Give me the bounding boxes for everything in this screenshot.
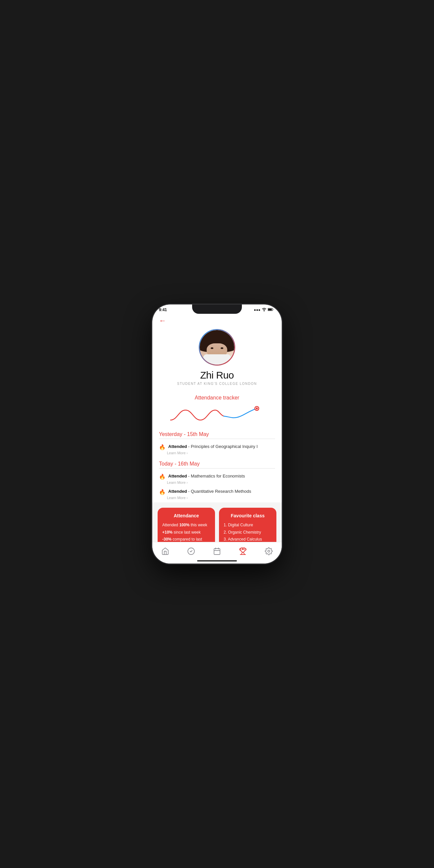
status-icons: ●●● [254, 307, 274, 312]
learn-more-math[interactable]: Learn More › [167, 480, 275, 485]
cards-section: Attendance Attended 100% this week +10% … [152, 502, 282, 542]
attendance-item-math: 🔥 Attended - Mathematics for Economists … [159, 472, 275, 487]
learn-more-research[interactable]: Learn More › [167, 496, 275, 500]
nav-item-calendar[interactable] [209, 546, 225, 557]
favourite-item-1: 1. Digital Culture [224, 522, 272, 529]
avatar [200, 330, 234, 365]
fire-icon-3: 🔥 [159, 489, 166, 495]
learn-more-label-3: Learn More [167, 496, 186, 500]
date-label-today: Today - 16th May [159, 461, 275, 467]
battery-icon [268, 308, 274, 312]
learn-more-label-1: Learn More [167, 451, 186, 455]
attendance-text-3: Attended - Quantitative Research Methods [168, 489, 251, 494]
back-button[interactable]: ← [159, 316, 166, 325]
svg-point-0 [264, 311, 264, 311]
status-time: 9:41 [159, 308, 167, 312]
user-subtitle: STUDENT AT KING'S COLLEGE LONDON [177, 382, 257, 385]
tracker-section: Attendance tracker [152, 391, 282, 428]
attendance-card: Attendance Attended 100% this week +10% … [158, 508, 215, 542]
attendance-row-research: 🔥 Attended - Quantitative Research Metho… [159, 489, 275, 495]
avatar-container [199, 329, 235, 366]
learn-more-label-2: Learn More [167, 480, 186, 485]
chevron-right-icon-2: › [187, 481, 188, 485]
favourite-item-3: 3. Advanced Calculus [224, 536, 272, 542]
user-name: Zhi Ruo [200, 370, 234, 381]
svg-point-12 [268, 550, 270, 552]
profile-section: Zhi Ruo STUDENT AT KING'S COLLEGE LONDON [152, 326, 282, 391]
date-section-yesterday: Yesterday - 15th May 🔥 Attended - Princi… [152, 428, 282, 458]
chevron-right-icon-3: › [187, 496, 188, 500]
tracker-chart [159, 403, 275, 427]
screen-content: ← [152, 315, 282, 542]
favourite-card-title: Favourite class [224, 513, 272, 518]
svg-rect-2 [268, 308, 272, 310]
svg-point-4 [256, 407, 258, 409]
attendance-item-geography: 🔥 Attended - Principles of Geographical … [159, 442, 275, 458]
attendance-text-1: Attended - Principles of Geographical In… [168, 444, 258, 450]
signal-icon: ●●● [254, 308, 261, 312]
tracker-title: Attendance tracker [159, 395, 275, 401]
attendance-item-research: 🔥 Attended - Quantitative Research Metho… [159, 487, 275, 502]
home-indicator [197, 560, 237, 561]
attendance-stat-2: +10% since last week [162, 529, 210, 536]
avatar-inner [200, 330, 234, 365]
settings-nav-icon [264, 547, 273, 556]
fire-icon-1: 🔥 [159, 444, 166, 450]
wifi-icon [262, 307, 266, 312]
calendar-nav-icon [213, 547, 221, 556]
chevron-right-icon-1: › [187, 451, 188, 455]
trophy-nav-icon: 1 [239, 547, 247, 556]
home-nav-icon [161, 547, 170, 556]
fire-icon-2: 🔥 [159, 473, 166, 480]
favourite-item-2: 2. Organic Chemistry [224, 529, 272, 536]
phone-screen: 9:41 ●●● [152, 305, 282, 563]
nav-item-home[interactable] [158, 546, 173, 557]
svg-rect-6 [214, 549, 220, 555]
favourite-card: Favourite class 1. Digital Culture 2. Or… [219, 508, 276, 542]
date-label-yesterday: Yesterday - 15th May [159, 431, 275, 437]
attendance-row-math: 🔥 Attended - Mathematics for Economists [159, 473, 275, 480]
nav-item-check[interactable] [183, 546, 199, 557]
attendance-card-body: Attended 100% this week +10% since last … [162, 522, 210, 542]
phone-notch [192, 305, 242, 314]
attendance-text-2: Attended - Mathematics for Economists [168, 473, 245, 479]
divider-yesterday [159, 439, 275, 439]
favourite-card-body: 1. Digital Culture 2. Organic Chemistry … [224, 522, 272, 542]
attendance-card-title: Attendance [162, 513, 210, 518]
learn-more-geography[interactable]: Learn More › [167, 451, 275, 455]
check-nav-icon [187, 547, 195, 556]
attendance-stat-1: Attended 100% this week [162, 522, 210, 529]
attendance-row: 🔥 Attended - Principles of Geographical … [159, 444, 275, 450]
nav-item-settings[interactable] [261, 546, 276, 557]
attendance-stat-3: -30% compared to last semester [162, 536, 210, 542]
date-section-today: Today - 16th May 🔥 Attended - Mathematic… [152, 458, 282, 502]
phone-frame: 9:41 ●●● [152, 305, 282, 563]
nav-item-trophy[interactable]: 1 [235, 546, 251, 557]
